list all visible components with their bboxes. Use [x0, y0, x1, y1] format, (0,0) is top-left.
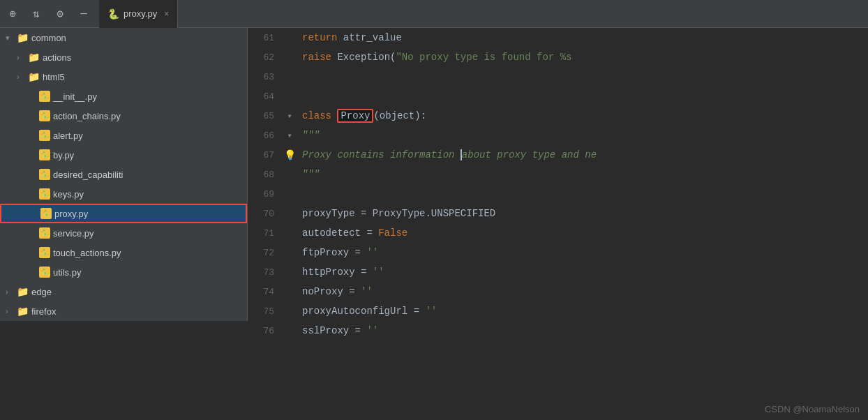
line-number: 68: [248, 170, 283, 180]
code-line-65: 65 ▾ class Proxy(object):: [248, 106, 868, 126]
file-tree: ▾ 📁 common › 📁 actions › 📁 html5 › 🐍 __i…: [0, 28, 248, 321]
arrow-icon: ›: [17, 73, 28, 81]
line-number: 75: [248, 306, 283, 317]
python-icon: 🐍: [39, 110, 50, 121]
code-text: '': [373, 267, 384, 278]
python-icon: 🐍: [40, 208, 52, 219]
item-label: touch_actions.py: [53, 248, 121, 258]
line-number: 66: [248, 130, 283, 141]
code-line-71: 71 autodetect = False: [248, 223, 868, 243]
item-label: service.py: [53, 228, 94, 239]
line-number: 65: [248, 111, 283, 121]
code-line-69: 69: [248, 184, 868, 204]
sidebar-item-firefox[interactable]: › 📁 firefox: [0, 301, 247, 321]
gutter-66: ▾: [283, 130, 297, 141]
line-content-75: proxyAutoconfigUrl = '': [297, 306, 868, 317]
add-icon[interactable]: ⊕: [6, 7, 20, 21]
code-text: '': [361, 286, 373, 297]
sidebar-item-touch-actions[interactable]: › 🐍 touch_actions.py: [0, 243, 247, 262]
minimize-icon[interactable]: —: [77, 7, 91, 21]
line-content-76: sslProxy = '': [297, 325, 868, 336]
line-number: 61: [248, 33, 283, 43]
line-number: 72: [248, 248, 283, 258]
sidebar-item-keys[interactable]: › 🐍 keys.py: [0, 184, 247, 204]
highlighted-word-proxy: Proxy: [337, 109, 373, 123]
code-text: attr_value: [337, 32, 401, 43]
code-line-62: 62 raise Exception("No proxy type is fou…: [248, 47, 868, 67]
code-text: Proxy contains information: [302, 149, 461, 160]
code-text: proxyType = ProxyType.UNSPECIFIED: [302, 208, 495, 219]
sidebar-item-alert[interactable]: › 🐍 alert.py: [0, 126, 247, 145]
item-label: keys.py: [53, 189, 84, 200]
sidebar-item-actions[interactable]: › 📁 actions: [0, 47, 247, 67]
item-label: by.py: [53, 150, 74, 160]
code-text: """: [302, 130, 320, 141]
line-number: 71: [248, 228, 283, 239]
tab-bar: 🐍 proxy.py ×: [99, 0, 862, 28]
sidebar-item-common[interactable]: ▾ 📁 common: [0, 28, 247, 47]
code-text: proxyAutoconfigUrl =: [302, 306, 425, 317]
code-line-67: 67 💡 Proxy contains information about pr…: [248, 145, 868, 165]
line-number: 69: [248, 189, 283, 200]
file-tab-proxy[interactable]: 🐍 proxy.py ×: [99, 0, 178, 28]
code-text: sslProxy =: [302, 325, 366, 336]
code-text: class: [302, 110, 337, 121]
code-line-63: 63: [248, 67, 868, 87]
code-text: """: [302, 169, 320, 180]
item-label: action_chains.py: [53, 111, 121, 121]
code-line-70: 70 proxyType = ProxyType.UNSPECIFIED: [248, 204, 868, 223]
folder-icon: 📁: [17, 306, 29, 317]
arrow-icon: ›: [6, 287, 17, 296]
line-content-61: return attr_value: [297, 32, 868, 43]
item-label: actions: [43, 52, 71, 63]
sidebar-item-action-chains[interactable]: › 🐍 action_chains.py: [0, 106, 247, 126]
tab-close-button[interactable]: ×: [164, 9, 169, 19]
line-content-65: class Proxy(object):: [297, 109, 868, 123]
watermark: CSDN @NoamaNelson: [765, 404, 860, 414]
python-icon: 🐍: [39, 91, 50, 102]
sidebar-item-by[interactable]: › 🐍 by.py: [0, 145, 247, 165]
sidebar-item-proxy[interactable]: › 🐍 proxy.py: [0, 204, 247, 223]
item-label: html5: [43, 72, 65, 82]
sidebar-item-service[interactable]: › 🐍 service.py: [0, 223, 247, 243]
code-text: ftpProxy =: [302, 247, 366, 258]
title-bar-icons: ⊕ ⇅ ⚙ —: [6, 7, 91, 21]
sidebar-item-html5[interactable]: › 📁 html5: [0, 67, 247, 87]
settings-icon[interactable]: ⚙: [53, 7, 67, 21]
line-content-66: """: [297, 130, 868, 141]
sidebar-item-utils[interactable]: › 🐍 utils.py: [0, 262, 247, 282]
code-text: httpProxy =: [302, 267, 373, 278]
code-lines-container: 61 return attr_value 62 raise Exception(…: [248, 28, 868, 420]
code-line-64: 64: [248, 87, 868, 106]
code-text: autodetect =: [302, 227, 378, 239]
folder-icon: 📁: [17, 286, 29, 297]
python-icon: 🐍: [39, 149, 50, 160]
code-text: (object):: [373, 110, 426, 121]
code-text: Exception(: [331, 52, 396, 63]
code-text: '': [366, 325, 378, 336]
line-content-74: noProxy = '': [297, 286, 868, 297]
sidebar-item-edge[interactable]: › 📁 edge: [0, 282, 247, 301]
gutter-bulb-67[interactable]: 💡: [283, 149, 297, 161]
line-number: 62: [248, 52, 283, 63]
python-file-icon: 🐍: [107, 8, 119, 20]
item-label: common: [31, 33, 66, 43]
gutter-65: ▾: [283, 111, 297, 121]
sidebar-item-init[interactable]: › 🐍 __init__.py: [0, 87, 247, 106]
line-content-68: """: [297, 169, 868, 180]
folder-icon: 📁: [28, 71, 40, 82]
layout-icon[interactable]: ⇅: [29, 7, 43, 21]
line-content-72: ftpProxy = '': [297, 247, 868, 258]
sidebar-item-desired[interactable]: › 🐍 desired_capabiliti: [0, 165, 247, 184]
code-text: "No proxy type is found for %s: [396, 52, 571, 63]
python-icon: 🐍: [39, 188, 50, 200]
item-label: proxy.py: [54, 209, 88, 219]
item-label: alert.py: [53, 130, 83, 141]
code-line-61: 61 return attr_value: [248, 28, 868, 47]
code-content: 61 return attr_value 62 raise Exception(…: [248, 28, 868, 420]
item-label: utils.py: [53, 267, 81, 278]
code-line-73: 73 httpProxy = '': [248, 262, 868, 282]
code-line-66: 66 ▾ """: [248, 126, 868, 145]
line-content-67: Proxy contains information about proxy t…: [297, 149, 868, 160]
folder-icon: 📁: [28, 52, 40, 63]
